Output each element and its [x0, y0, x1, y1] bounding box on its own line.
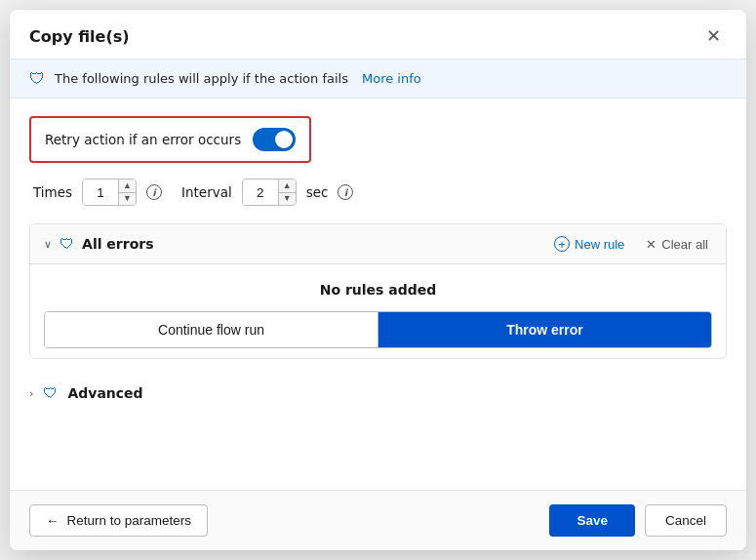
more-info-link[interactable]: More info: [362, 71, 421, 86]
new-rule-button[interactable]: + New rule: [550, 234, 628, 254]
retry-label: Retry action if an error occurs: [45, 132, 241, 147]
times-up-arrow[interactable]: ▲: [119, 180, 136, 193]
errors-shield-icon: 🛡: [60, 235, 74, 253]
errors-header: ∨ 🛡 All errors + New rule ✕ Clear all: [30, 224, 726, 264]
shield-icon: 🛡: [29, 69, 45, 88]
times-label: Times: [33, 184, 72, 200]
times-input[interactable]: [83, 180, 118, 205]
times-down-arrow[interactable]: ▼: [119, 193, 136, 206]
dialog-header: Copy file(s) ✕: [10, 10, 746, 60]
back-arrow-icon: ←: [46, 513, 60, 528]
cancel-button[interactable]: Cancel: [645, 504, 727, 537]
footer-right: Save Cancel: [549, 504, 727, 537]
errors-header-right: + New rule ✕ Clear all: [550, 234, 712, 254]
action-buttons: Continue flow run Throw error: [44, 311, 712, 348]
save-button[interactable]: Save: [549, 504, 635, 537]
throw-error-button[interactable]: Throw error: [378, 312, 711, 347]
info-banner-text: The following rules will apply if the ac…: [55, 71, 348, 86]
interval-arrows: ▲ ▼: [278, 180, 296, 205]
sec-label: sec: [306, 184, 329, 200]
errors-header-left: ∨ 🛡 All errors: [44, 235, 154, 253]
advanced-title: Advanced: [67, 385, 142, 401]
close-button[interactable]: ✕: [700, 25, 727, 47]
interval-label: Interval: [181, 184, 232, 200]
retry-section: Retry action if an error occurs: [29, 116, 311, 163]
interval-up-arrow[interactable]: ▲: [279, 180, 296, 193]
no-rules-text: No rules added: [44, 282, 712, 298]
dialog: Copy file(s) ✕ 🛡 The following rules wil…: [10, 10, 746, 550]
times-info-icon[interactable]: i: [146, 184, 162, 200]
clear-all-x-icon: ✕: [646, 237, 657, 252]
times-arrows: ▲ ▼: [118, 180, 136, 205]
clear-all-label: Clear all: [661, 237, 708, 252]
advanced-shield-icon: 🛡: [43, 384, 58, 402]
retry-toggle[interactable]: [253, 128, 296, 151]
times-spinbox: ▲ ▼: [82, 179, 137, 206]
interval-input[interactable]: [243, 180, 278, 205]
interval-info-icon[interactable]: i: [338, 184, 353, 200]
errors-title: All errors: [82, 236, 153, 252]
advanced-section[interactable]: › 🛡 Advanced: [29, 373, 727, 414]
errors-chevron-icon[interactable]: ∨: [44, 238, 52, 251]
return-to-parameters-button[interactable]: ← Return to parameters: [29, 504, 208, 537]
dialog-footer: ← Return to parameters Save Cancel: [10, 490, 746, 550]
plus-circle-icon: +: [554, 236, 570, 252]
continue-flow-run-button[interactable]: Continue flow run: [45, 312, 378, 347]
advanced-chevron-icon: ›: [29, 387, 33, 400]
info-banner: 🛡 The following rules will apply if the …: [10, 60, 746, 99]
return-label: Return to parameters: [67, 513, 192, 528]
toggle-slider: [253, 128, 296, 151]
errors-section: ∨ 🛡 All errors + New rule ✕ Clear all: [29, 223, 727, 359]
clear-all-button[interactable]: ✕ Clear all: [642, 235, 712, 254]
dialog-title: Copy file(s): [29, 27, 130, 46]
interval-spinbox: ▲ ▼: [242, 179, 297, 206]
times-row: Times ▲ ▼ i Interval ▲ ▼ sec i: [29, 179, 727, 206]
new-rule-label: New rule: [575, 237, 624, 252]
errors-body: No rules added Continue flow run Throw e…: [30, 264, 726, 358]
interval-down-arrow[interactable]: ▼: [279, 193, 296, 206]
dialog-body: Retry action if an error occurs Times ▲ …: [10, 99, 746, 490]
